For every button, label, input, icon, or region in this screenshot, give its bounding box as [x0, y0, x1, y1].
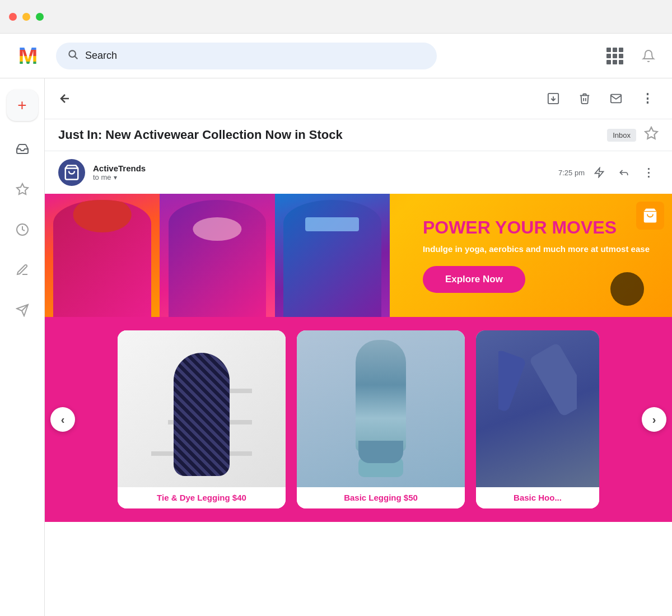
product-label-1: Tie & Dye Legging $40	[118, 487, 286, 508]
product-name-2: Basic Legging $50	[344, 493, 418, 502]
svg-marker-2	[17, 184, 28, 194]
model-figure-3	[275, 194, 390, 317]
apps-button[interactable]	[603, 44, 627, 68]
main-layout: +	[0, 78, 672, 616]
more-dots-icon: ⋮	[641, 92, 654, 105]
delete-button[interactable]	[573, 87, 596, 110]
star-icon	[16, 183, 29, 196]
product-image-1	[118, 330, 286, 487]
archive-button[interactable]	[542, 87, 564, 110]
sidebar: +	[0, 78, 45, 616]
header-icons	[603, 44, 661, 68]
lightning-icon	[594, 167, 605, 178]
product-label-3: Basic Hoo...	[476, 487, 599, 508]
reply-icon	[618, 167, 629, 178]
sender-avatar	[58, 159, 85, 186]
more-toolbar-button[interactable]: ⋮	[636, 87, 659, 110]
sender-to[interactable]: to me ▾	[93, 173, 550, 181]
explore-now-button[interactable]: Explore Now	[423, 266, 525, 293]
banner-models	[45, 194, 390, 317]
product-section: ‹ ›	[45, 317, 672, 522]
to-label: to me	[93, 173, 111, 181]
carousel-prev-button[interactable]: ‹	[50, 407, 75, 432]
traffic-light-red[interactable]	[9, 13, 17, 21]
toolbar-left	[58, 92, 72, 105]
send-icon	[16, 304, 29, 317]
sender-name: ActiveTrends	[93, 164, 550, 173]
dark-circle-button[interactable]	[610, 272, 644, 306]
title-bar	[0, 0, 672, 34]
email-content: ⋮ Just In: New Activewear Collection Now…	[45, 78, 672, 616]
product-grid: Tie & Dye Legging $40	[58, 330, 659, 508]
notifications-button[interactable]	[636, 44, 661, 68]
traffic-light-yellow[interactable]	[22, 13, 30, 21]
product-card-1[interactable]: Tie & Dye Legging $40	[118, 330, 286, 508]
dropdown-chevron-icon: ▾	[114, 174, 117, 181]
svg-marker-9	[645, 127, 657, 139]
trash-icon	[578, 92, 591, 105]
email-time: 7:25 pm	[558, 169, 585, 177]
product-card-2[interactable]: Basic Legging $50	[297, 330, 465, 508]
inbox-badge: Inbox	[607, 129, 636, 142]
gmail-logo-letter: M	[18, 44, 38, 68]
download-box-icon	[547, 92, 559, 105]
search-icon	[67, 49, 78, 63]
shopping-bag-icon	[63, 164, 80, 181]
edit-icon	[16, 263, 29, 277]
search-bar-container	[56, 43, 437, 69]
svg-line-1	[75, 57, 78, 59]
back-button[interactable]	[58, 92, 72, 105]
banner-logo-icon	[642, 207, 659, 224]
reply-button[interactable]	[614, 162, 634, 183]
gmail-header: M	[0, 34, 672, 78]
email-toolbar: ⋮	[45, 78, 672, 119]
stairs-background	[118, 330, 286, 487]
banner-headline: POWER YOUR MOVES	[423, 218, 650, 237]
model-figure-2	[160, 194, 274, 317]
lightning-button[interactable]	[589, 162, 609, 183]
product-card-3[interactable]: Basic Hoo...	[476, 330, 599, 508]
sidebar-item-inbox[interactable]	[10, 137, 35, 161]
svg-marker-11	[595, 168, 604, 178]
product-label-2: Basic Legging $50	[297, 487, 465, 508]
product-name-1: Tie & Dye Legging $40	[157, 493, 246, 502]
toolbar-right: ⋮	[542, 87, 659, 110]
grid-icon	[606, 48, 623, 64]
sender-actions: 7:25 pm ⋮	[558, 162, 659, 183]
sidebar-item-snoozed[interactable]	[10, 217, 35, 242]
mark-unread-button[interactable]	[605, 87, 627, 110]
carousel-next-button[interactable]: ›	[642, 407, 666, 432]
product-image-3	[476, 330, 599, 487]
sidebar-item-drafts[interactable]	[10, 258, 35, 282]
avatar-content	[58, 159, 85, 186]
sender-row: ActiveTrends to me ▾ 7:25 pm	[45, 151, 672, 194]
compose-button[interactable]: +	[7, 90, 38, 121]
email-banner: POWER YOUR MOVES Indulge in yoga, aerobi…	[45, 194, 672, 317]
traffic-light-green[interactable]	[36, 13, 44, 21]
email-subject-bar: Just In: New Activewear Collection Now i…	[45, 119, 672, 151]
inbox-icon	[16, 142, 29, 156]
clock-icon	[16, 223, 29, 236]
search-input[interactable]	[85, 50, 426, 62]
product-image-2	[297, 330, 465, 487]
banner-subtext: Indulge in yoga, aerobics and much more …	[423, 243, 650, 255]
sender-name-block: ActiveTrends to me ▾	[93, 164, 550, 181]
bell-icon	[642, 49, 655, 63]
banner-logo	[636, 202, 664, 230]
gmail-logo: M	[11, 39, 45, 73]
more-dots-sender-icon: ⋮	[643, 166, 654, 179]
more-actions-button[interactable]: ⋮	[638, 162, 659, 183]
mail-icon	[610, 92, 622, 105]
sidebar-item-starred[interactable]	[10, 177, 35, 202]
sidebar-item-sent[interactable]	[10, 298, 35, 323]
product-name-3: Basic Hoo...	[514, 493, 562, 502]
compose-plus-icon: +	[17, 96, 26, 114]
email-subject: Just In: New Activewear Collection Now i…	[58, 128, 599, 142]
star-button[interactable]	[644, 126, 659, 144]
model-figure-1	[45, 194, 160, 317]
svg-point-0	[69, 50, 76, 57]
